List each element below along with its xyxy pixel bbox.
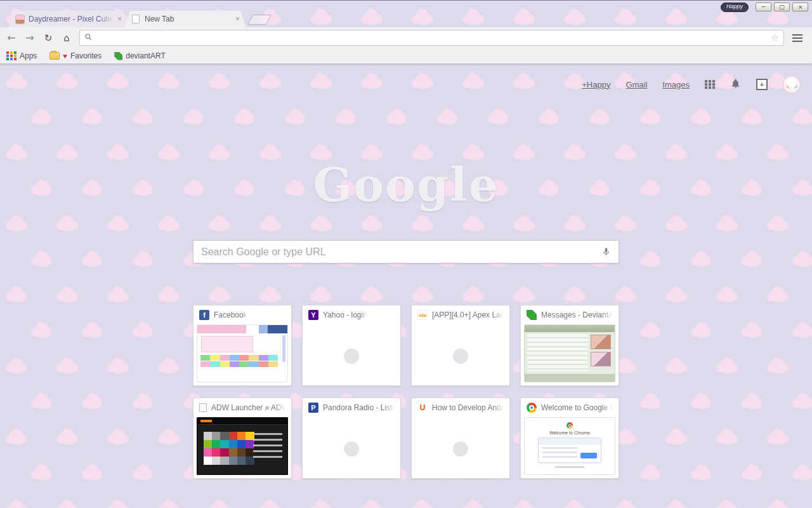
tile-xda-apex[interactable]: xda [APP][4.0+] Apex Laun	[411, 305, 510, 386]
tile-udemy[interactable]: U How to Develop Andro	[411, 398, 510, 479]
menu-button[interactable]	[788, 30, 807, 46]
microphone-icon[interactable]	[601, 247, 611, 257]
search-input[interactable]	[201, 246, 596, 258]
profile-plus-link[interactable]: +Happy	[582, 80, 610, 90]
chrome-logo-icon	[566, 422, 573, 429]
bookmark-deviantart[interactable]: deviantART	[114, 51, 165, 60]
share-frame-icon[interactable]: +	[756, 79, 768, 90]
thumbnail-art	[200, 355, 278, 361]
hamburger-icon	[792, 34, 802, 42]
window-controls: ─ □ ×	[756, 3, 808, 11]
apps-launcher-icon[interactable]	[705, 79, 715, 90]
deviantart-favicon-icon	[527, 310, 537, 320]
google-bar: +Happy Gmail Images +	[582, 76, 801, 93]
thumbnail-art	[591, 352, 611, 366]
tab-close-icon[interactable]: ×	[235, 15, 240, 23]
new-tab-page: +Happy Gmail Images + Google f Face	[0, 64, 812, 508]
plus-icon: +	[760, 81, 764, 88]
thumbnail-art	[542, 447, 577, 460]
tile-pandora[interactable]: P Pandora Radio - Liste	[302, 398, 401, 479]
thumbnail-art	[200, 361, 278, 367]
blank-page-favicon-icon	[132, 15, 140, 23]
tile-header: ADW Launcher » ADW	[193, 398, 291, 417]
placeholder-thumbnail	[412, 324, 509, 385]
tile-deviantart-messages[interactable]: Messages - DeviantAr	[520, 305, 619, 386]
tile-title: Messages - DeviantAr	[541, 311, 613, 319]
most-visited-grid: f Facebook Y Yahoo - login	[193, 305, 619, 479]
apps-shortcut[interactable]: Apps	[6, 51, 37, 61]
placeholder-thumbnail	[412, 417, 509, 478]
thumbnail-art	[253, 433, 282, 460]
placeholder-thumbnail	[303, 324, 400, 385]
thumbnail-art	[591, 335, 611, 349]
maximize-button[interactable]: □	[774, 3, 790, 11]
tile-title: Facebook	[214, 311, 247, 319]
daydreamer-favicon-icon	[15, 15, 25, 24]
tile-header: f Facebook	[193, 305, 291, 324]
minimize-button[interactable]: ─	[756, 3, 771, 11]
tile-title: [APP][4.0+] Apex Laun	[432, 311, 504, 319]
apps-grid-icon	[6, 51, 16, 61]
apps-label: Apps	[20, 51, 37, 60]
search-icon	[84, 32, 93, 44]
notifications-bell-icon[interactable]	[730, 78, 741, 91]
thumbnail-art	[580, 453, 597, 458]
forward-button[interactable]: →	[21, 30, 39, 46]
navigation-toolbar: ← → ↻ ⌂ ☆	[0, 27, 812, 48]
xda-favicon-icon: xda	[417, 310, 428, 320]
address-input[interactable]	[96, 30, 767, 45]
tile-title: ADW Launcher » ADW	[211, 403, 285, 412]
chrome-welcome-heading: Welcome to Chrome	[549, 431, 590, 435]
gmail-link[interactable]: Gmail	[625, 80, 647, 90]
reload-button[interactable]: ↻	[39, 30, 57, 46]
tile-title: Yahoo - login	[323, 311, 367, 319]
chrome-welcome-thumbnail: Welcome to Chrome	[524, 417, 615, 475]
pandora-favicon-icon: P	[308, 403, 318, 413]
document-favicon-icon	[199, 403, 207, 412]
adw-thumbnail	[197, 417, 288, 475]
bookmark-star-icon[interactable]: ☆	[771, 33, 779, 43]
happy-badge: Happy	[721, 3, 749, 12]
facebook-favicon-icon: f	[199, 310, 209, 320]
tile-header: Messages - DeviantAr	[521, 305, 619, 324]
tab-title: Daydreamer - Pixel Cutie (	[29, 15, 114, 23]
home-button[interactable]: ⌂	[58, 30, 75, 46]
chrome-favicon-icon	[527, 403, 537, 413]
browser-window: Happy ─ □ × Daydreamer - Pixel Cutie ( ×…	[0, 0, 812, 508]
facebook-thumbnail	[197, 324, 288, 382]
udemy-favicon-icon: U	[417, 403, 428, 413]
tile-facebook[interactable]: f Facebook	[193, 305, 292, 386]
window-frame: Happy ─ □ × Daydreamer - Pixel Cutie ( ×…	[0, 0, 812, 27]
tile-chrome-welcome[interactable]: Welcome to Google Ch Welcome to Chrome	[520, 398, 619, 479]
tab-daydreamer[interactable]: Daydreamer - Pixel Cutie ( ×	[9, 11, 128, 27]
thumbnail-art	[555, 466, 584, 468]
tile-yahoo[interactable]: Y Yahoo - login	[302, 305, 401, 386]
thumbnail-art	[282, 335, 285, 362]
tile-header: Welcome to Google Ch	[521, 398, 619, 417]
tab-title: New Tab	[145, 15, 232, 23]
close-window-button[interactable]: ×	[792, 3, 808, 11]
back-button[interactable]: ←	[3, 30, 20, 46]
deviantart-icon	[114, 52, 122, 60]
favorites-folder[interactable]: ♥ Favorites	[49, 51, 102, 60]
deviantart-thumbnail	[524, 324, 615, 382]
google-logo: Google	[0, 163, 812, 208]
tile-header: U How to Develop Andro	[412, 398, 509, 417]
thumbnail-art	[527, 334, 588, 371]
tile-title: Pandora Radio - Liste	[323, 403, 395, 412]
omnibox: ☆	[79, 30, 784, 46]
yahoo-favicon-icon: Y	[308, 310, 318, 320]
thumbnail-art	[200, 420, 212, 422]
new-tab-button[interactable]	[247, 15, 272, 25]
heart-icon: ♥	[63, 53, 67, 60]
tile-header: Y Yahoo - login	[303, 305, 400, 324]
tile-header: P Pandora Radio - Liste	[303, 398, 400, 417]
thumbnail-art	[201, 336, 253, 352]
tile-title: Welcome to Google Ch	[541, 403, 613, 412]
tab-new-tab[interactable]: New Tab ×	[124, 11, 246, 27]
images-link[interactable]: Images	[662, 80, 690, 90]
tile-adw-launcher[interactable]: ADW Launcher » ADW	[193, 398, 292, 479]
profile-avatar[interactable]	[783, 76, 801, 93]
tab-close-icon[interactable]: ×	[117, 15, 122, 23]
placeholder-thumbnail	[303, 417, 400, 478]
